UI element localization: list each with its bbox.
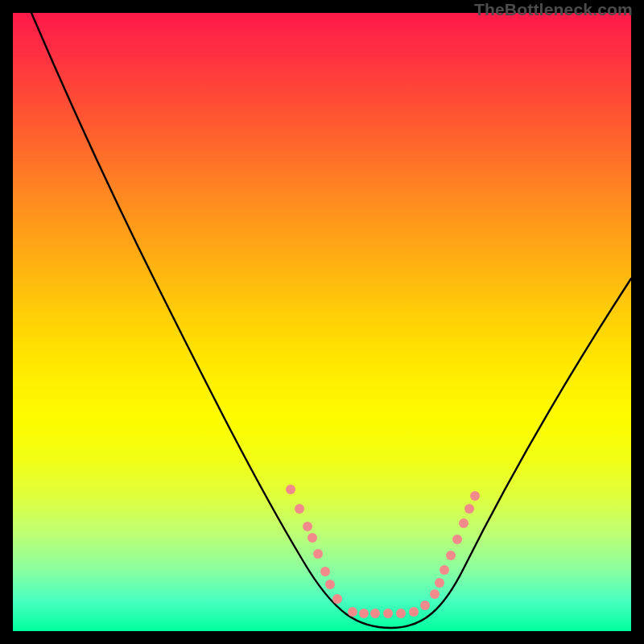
marker-dot	[359, 609, 369, 618]
marker-group	[286, 485, 480, 618]
marker-dot	[459, 518, 469, 528]
marker-dot	[383, 609, 393, 618]
marker-dot	[430, 589, 440, 599]
marker-dot	[435, 578, 444, 588]
marker-dot	[325, 580, 335, 589]
marker-dot	[370, 609, 380, 618]
marker-dot	[470, 491, 480, 501]
marker-dot	[303, 522, 312, 531]
marker-dot	[420, 601, 430, 610]
chart-frame: TheBottleneck.com	[0, 0, 644, 644]
marker-dot	[295, 504, 304, 514]
marker-dot	[440, 565, 449, 575]
marker-dot	[286, 485, 295, 494]
chart-svg	[13, 13, 631, 631]
marker-dot	[320, 567, 330, 576]
marker-dot	[313, 549, 323, 559]
marker-dot	[396, 609, 406, 618]
bottleneck-curve	[31, 13, 631, 628]
marker-dot	[409, 607, 419, 617]
marker-dot	[348, 607, 357, 617]
marker-dot	[464, 504, 474, 514]
marker-dot	[446, 551, 456, 560]
marker-dot	[332, 594, 342, 604]
marker-dot	[308, 533, 317, 543]
marker-dot	[452, 535, 462, 544]
